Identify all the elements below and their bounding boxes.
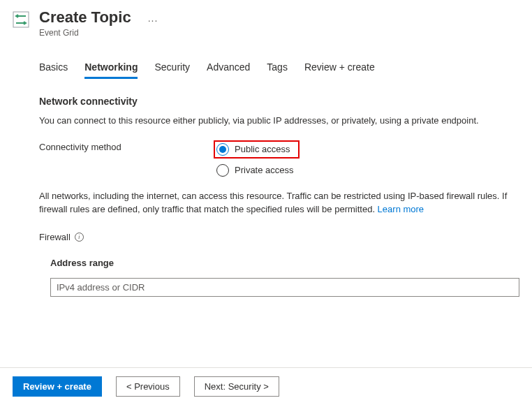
next-button[interactable]: Next: Security > <box>194 376 279 397</box>
event-grid-icon <box>13 11 29 28</box>
address-range-input[interactable] <box>50 278 519 297</box>
connectivity-label: Connectivity method <box>39 140 214 152</box>
connectivity-row: Connectivity method Public access Privat… <box>39 140 519 178</box>
tab-advanced[interactable]: Advanced <box>207 61 250 79</box>
section-description: You can connect to this resource either … <box>39 114 519 128</box>
radio-public-access[interactable]: Public access <box>214 140 300 159</box>
previous-button[interactable]: < Previous <box>116 376 180 397</box>
svg-rect-0 <box>13 12 29 27</box>
tab-security[interactable]: Security <box>154 61 190 79</box>
firewall-heading-row: Firewall i <box>39 232 519 242</box>
tab-review-create[interactable]: Review + create <box>304 61 375 79</box>
more-menu-button[interactable]: ··· <box>148 8 158 26</box>
review-create-button[interactable]: Review + create <box>13 376 102 397</box>
tab-tags[interactable]: Tags <box>267 61 288 79</box>
radio-private-access[interactable]: Private access <box>214 163 519 178</box>
connectivity-radio-group: Public access Private access <box>214 140 519 178</box>
radio-circle-icon <box>216 143 229 156</box>
access-info-body: All networks, including the internet, ca… <box>39 191 507 215</box>
address-range-block: Address range <box>39 258 519 297</box>
tab-networking[interactable]: Networking <box>84 61 138 79</box>
page-title: Create Topic <box>39 8 131 27</box>
header-text-block: Create Topic Event Grid <box>39 8 131 38</box>
radio-circle-icon <box>216 164 229 177</box>
firewall-heading-label: Firewall <box>39 232 71 242</box>
tab-basics[interactable]: Basics <box>39 61 68 79</box>
section-heading-network: Network connectivity <box>39 96 519 107</box>
access-info-text: All networks, including the internet, ca… <box>39 189 519 216</box>
tab-bar: Basics Networking Security Advanced Tags… <box>39 61 519 79</box>
info-icon[interactable]: i <box>75 233 84 242</box>
radio-private-label: Private access <box>235 165 294 175</box>
main-content: Basics Networking Security Advanced Tags… <box>0 61 532 297</box>
page-header: Create Topic Event Grid ··· <box>0 0 532 43</box>
page-subtitle: Event Grid <box>39 28 131 38</box>
wizard-footer: Review + create < Previous Next: Securit… <box>0 367 532 405</box>
address-range-label: Address range <box>50 258 519 268</box>
learn-more-link[interactable]: Learn more <box>378 204 424 214</box>
radio-public-label: Public access <box>235 144 290 154</box>
